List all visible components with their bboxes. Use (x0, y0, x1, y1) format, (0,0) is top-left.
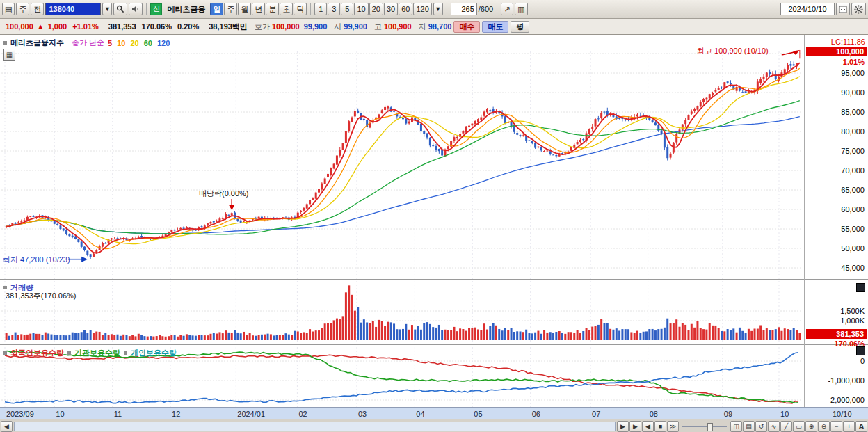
price-axis-label: 80,000 (841, 127, 865, 136)
sell-button[interactable]: 매도 (482, 21, 508, 33)
zoom-in-button[interactable]: + (843, 421, 855, 432)
interval-button-2[interactable]: 5 (341, 3, 353, 15)
change-up-icon: ▲ (37, 22, 45, 31)
textbox-button[interactable]: ▭ (793, 421, 805, 432)
back-icon: ◀ (645, 423, 650, 430)
auto-scale-button[interactable]: A (855, 421, 867, 432)
price-axis-label: 95,000 (841, 69, 865, 77)
grid-settings-icon: ▤ (746, 423, 752, 430)
layout-panels-button[interactable]: ◫ (730, 421, 742, 432)
interval-button-6[interactable]: 60 (399, 3, 412, 15)
holdings-legend-label-1: 기관보유수량 (74, 348, 120, 358)
volume-value: 381,353 (108, 22, 136, 31)
stock-search-button[interactable] (113, 3, 127, 15)
interval-button-1[interactable]: 3 (328, 3, 340, 15)
holdings-legend-label-2: 개인보유수량 (131, 348, 177, 358)
toolbar-divider (310, 3, 311, 15)
main-chart-legend: 메리츠금융지주 종가 단순 5102060120 (3, 38, 170, 48)
period-button-5[interactable]: 초 (280, 3, 293, 15)
scroll-right-button[interactable]: ▶ (617, 421, 629, 432)
menu-grid-button[interactable]: ▤ (2, 3, 15, 15)
x-axis-label: 09 (724, 410, 732, 418)
buy-button[interactable]: 매수 (453, 21, 480, 33)
search-icon (116, 5, 124, 13)
speaker-icon (131, 5, 140, 13)
period-button-0[interactable]: 일 (210, 3, 223, 15)
interval-button-0[interactable]: 1 (314, 3, 327, 15)
chevron-down-icon: ▼ (104, 6, 111, 13)
ma-legend-label-60: 60 (144, 39, 152, 47)
x-axis-label: 06 (532, 410, 540, 418)
replay-speed-slider[interactable] (682, 423, 727, 430)
code-dropdown-button[interactable]: ▼ (102, 3, 112, 15)
replay-back-button[interactable]: ◀ (642, 421, 654, 432)
price-axis-label: 70,000 (841, 166, 865, 175)
interval-button-4[interactable]: 20 (369, 3, 383, 15)
holdings-pane-maximize-button[interactable] (856, 346, 865, 355)
interval-button-3[interactable]: 10 (354, 3, 368, 15)
indicator-wave-button[interactable]: ∿ (768, 421, 780, 432)
replay-forward-button[interactable]: ≫ (667, 421, 679, 432)
trendline-tool-button[interactable]: ↗ (501, 3, 513, 15)
undo-button[interactable]: ↺ (755, 421, 767, 432)
zoom-area-out-button[interactable]: ⊖ (818, 421, 830, 432)
change-value: 1,000 (48, 22, 67, 31)
period-button-1[interactable]: 주 (224, 3, 237, 15)
open-label: 시 (334, 22, 341, 32)
value-traded: 38,193백만 (209, 22, 248, 32)
ma-line-20 (6, 77, 800, 244)
undo-icon: ↺ (759, 423, 764, 430)
replay-stop-button[interactable]: ■ (654, 421, 666, 432)
legend-square-icon (67, 351, 71, 355)
stock-code-input[interactable] (45, 3, 101, 15)
ju-toggle-button[interactable]: 주 (16, 3, 29, 15)
trendline-button[interactable]: ╱ (780, 421, 792, 432)
chart-scroll-row: ◀ ▶ ▶ ◀ ■ ≫ ◫▤↺∿╱▭⊕⊖ − + A (0, 419, 868, 432)
zoom-out-button[interactable]: − (830, 421, 842, 432)
ma-legend-label-20: 20 (130, 39, 138, 47)
slider-thumb[interactable] (707, 423, 713, 431)
average-button[interactable]: 평 (511, 21, 529, 33)
volume-pane-maximize-button[interactable] (856, 283, 865, 292)
chart-tool-button[interactable]: ▦ (3, 49, 15, 61)
candle-count-input[interactable] (451, 3, 477, 15)
grid-settings-button[interactable]: ▤ (743, 421, 755, 432)
chart-date-input[interactable] (780, 3, 835, 15)
current-volume-box: 381,353 (806, 329, 867, 339)
quote-bar: 100,000 ▲ 1,000 +1.01% 381,353 170.06% 0… (0, 19, 868, 35)
zoom-area-in-icon: ⊕ (809, 423, 814, 430)
interval-button-5[interactable]: 30 (384, 3, 398, 15)
period-button-4[interactable]: 분 (266, 3, 279, 15)
replay-play-button[interactable]: ▶ (629, 421, 641, 432)
toolbar-divider (447, 3, 447, 15)
candle-style-icon: ▥ (517, 5, 524, 14)
price-axis-label: 75,000 (841, 147, 865, 155)
volume-axis-label: 1,000K (840, 317, 865, 325)
x-axis-label: 10 (56, 410, 64, 418)
chart-canvas[interactable]: 100,00095,00090,00085,00080,00075,00070,… (0, 35, 868, 419)
period-button-3[interactable]: 년 (252, 3, 265, 15)
calendar-button[interactable] (836, 3, 850, 15)
annotation-high: 최고 100,900 (10/10) (697, 46, 769, 56)
chart-style-button[interactable]: ▥ (515, 3, 527, 15)
price-axis-label: 50,000 (841, 244, 865, 253)
period-button-2[interactable]: 월 (238, 3, 251, 15)
interval-dropdown-button[interactable]: ▼ (433, 3, 443, 15)
trendline-icon: ╱ (785, 423, 788, 430)
settings-button[interactable] (851, 3, 866, 15)
sound-alert-button[interactable] (129, 3, 143, 15)
price-axis-label: 45,000 (841, 264, 865, 272)
x-axis-label: 11 (114, 410, 122, 418)
chart-scrollbar-track[interactable] (14, 422, 616, 431)
legend-square-icon (3, 351, 7, 355)
legend-square-icon (3, 286, 7, 289)
jeon-toggle-button[interactable]: 전 (31, 3, 44, 15)
interval-button-7[interactable]: 120 (413, 3, 431, 15)
period-button-6[interactable]: 틱 (294, 3, 307, 15)
fast-forward-icon: ≫ (670, 423, 676, 430)
plus-icon: + (847, 423, 851, 430)
stock-chart-window: ▤ 주 전 ▼ 신 메리츠금융 일주월년분초틱 13510203060120 ▼… (0, 0, 868, 432)
zoom-area-in-button[interactable]: ⊕ (805, 421, 817, 432)
scroll-left-button[interactable]: ◀ (1, 421, 13, 432)
trendline-icon: ↗ (504, 5, 511, 14)
